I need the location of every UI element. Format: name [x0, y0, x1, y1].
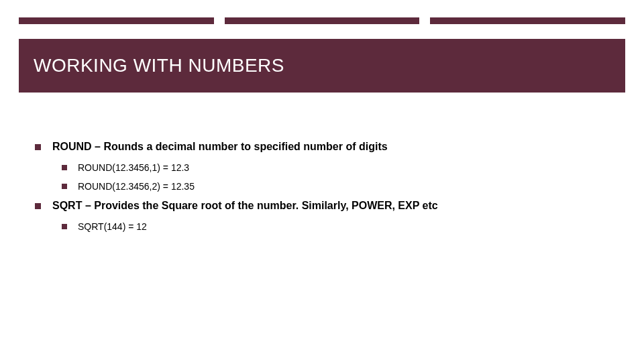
accent-stripe [19, 17, 625, 24]
bullet-strong: SQRT [52, 200, 82, 211]
sub-bullet: ROUND(12.3456,1) = 12.3 [62, 162, 617, 173]
bullet-round: ROUND – Rounds a decimal number to speci… [35, 141, 617, 192]
sub-bullet: ROUND(12.3456,2) = 12.35 [62, 181, 617, 192]
bullet-rest: – Rounds a decimal number to specified n… [92, 141, 388, 152]
slide-content: ROUND – Rounds a decimal number to speci… [35, 141, 617, 240]
accent-segment [225, 17, 420, 24]
slide-title: WORKING WITH NUMBERS [34, 55, 284, 76]
bullet-sqrt: SQRT – Provides the Square root of the n… [35, 200, 617, 232]
accent-segment [430, 17, 625, 24]
sub-bullet: SQRT(144) = 12 [62, 221, 617, 232]
title-bar: WORKING WITH NUMBERS [19, 39, 625, 93]
accent-segment [19, 17, 214, 24]
bullet-rest: – Provides the Square root of the number… [82, 200, 437, 211]
bullet-strong: ROUND [52, 141, 92, 152]
